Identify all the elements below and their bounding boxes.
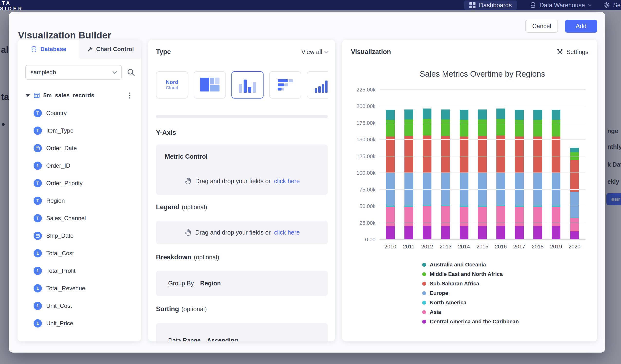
field-label: Ship_Date — [46, 232, 73, 239]
legend-drop-zone[interactable]: Drag and drop your fields or click here — [184, 229, 300, 237]
legend-item-middle-east-and-north-africa[interactable]: Middle East and North Africa — [422, 269, 519, 279]
metric-control-card[interactable]: Metric Control Drag and drop your fields… — [156, 144, 328, 195]
bar-segment — [386, 110, 395, 120]
x-tick: 2011 — [404, 243, 413, 252]
stacked-bar-2018 — [534, 90, 542, 240]
gridline: 100.00k — [379, 173, 586, 173]
text-type-icon: T — [34, 214, 42, 222]
bar-segment — [534, 207, 542, 226]
bar-segment — [496, 226, 505, 240]
bar-segment — [534, 120, 542, 136]
kebab-menu-icon[interactable] — [128, 91, 131, 100]
bar-segment — [441, 120, 450, 136]
breakdown-card[interactable]: Group By Region — [156, 271, 328, 296]
tab-database[interactable]: Database — [17, 40, 79, 59]
field-item-country[interactable]: TCountry — [17, 104, 141, 122]
gridline: 125.00k — [379, 156, 586, 156]
bar-segment — [496, 108, 505, 119]
chevron-expanded-icon[interactable] — [25, 94, 30, 97]
click-here-link[interactable]: click here — [274, 178, 300, 185]
field-item-region[interactable]: TRegion — [17, 192, 141, 209]
cancel-button[interactable]: Cancel — [525, 20, 558, 33]
field-label: Total_Revenue — [46, 285, 85, 292]
x-axis-labels: 2010201120122013201420152016201720182019… — [379, 243, 586, 252]
nav-item-data-warehouse[interactable]: Data Warehouse — [530, 2, 591, 9]
search-button[interactable] — [124, 66, 138, 79]
database-icon — [31, 46, 37, 52]
y-tick-label: 0.00 — [365, 237, 376, 243]
number-type-icon: 1 — [34, 284, 42, 293]
field-item-ship-date[interactable]: Ship_Date — [17, 227, 141, 244]
chart-type-column[interactable] — [231, 71, 263, 99]
settings-button[interactable]: Settings — [556, 48, 588, 55]
sorting-card[interactable]: Data Range Ascending — [156, 323, 328, 341]
histogram-icon — [315, 77, 328, 93]
nav-item-settings[interactable]: Settings — [604, 2, 621, 9]
x-tick: 2019 — [552, 243, 560, 252]
field-item-unit-price[interactable]: 1Unit_Price — [17, 315, 141, 332]
field-item-item-type[interactable]: TItem_Type — [17, 122, 141, 139]
tab-chart-control[interactable]: Chart Control — [79, 40, 141, 59]
field-item-order-priority[interactable]: TOrder_Priority — [17, 174, 141, 192]
app-logo[interactable]: DATA INSIDER — [0, 0, 23, 10]
legend-dot — [422, 263, 426, 267]
x-tick-label: 2011 — [403, 243, 414, 250]
field-label: Order_ID — [46, 162, 70, 169]
view-all-button[interactable]: View all — [301, 48, 328, 55]
bar-segment — [515, 120, 524, 136]
builder-panel: Type View all NordCloud Y-Axis Metric Co… — [148, 40, 335, 341]
field-item-total-profit[interactable]: 1Total_Profit — [17, 262, 141, 279]
metric-drop-zone[interactable]: Drag and drop your fields or click here — [165, 177, 319, 185]
y-tick-label: 50.00k — [359, 203, 376, 209]
chevron-down-icon — [588, 3, 591, 6]
treemap-icon — [200, 78, 220, 92]
sort-field-label[interactable]: Data Range — [168, 337, 201, 341]
y-tick-label: 75.00k — [359, 187, 376, 193]
sorting-heading: Sorting (optional) — [156, 304, 328, 314]
x-tick-label: 2018 — [532, 243, 544, 250]
datasource-select[interactable]: sampledb — [25, 65, 122, 80]
chart-type-histogram[interactable] — [307, 71, 328, 99]
group-by-label[interactable]: Group By — [168, 280, 194, 287]
legend-item-central-america-and-the-caribbean[interactable]: Central America and the Caribbean — [422, 317, 519, 326]
bar-segment — [386, 120, 395, 136]
legend-label: North America — [430, 299, 466, 306]
nav-item-dashboards[interactable]: Dashboards — [464, 0, 517, 10]
field-item-total-cost[interactable]: 1Total_Cost — [17, 244, 141, 262]
legend-item-north-america[interactable]: North America — [422, 298, 519, 307]
chart-type-stacked-bar[interactable] — [269, 71, 301, 99]
bar-segment — [515, 137, 524, 173]
field-item-sales-channel[interactable]: TSales_Channel — [17, 209, 141, 227]
legend-dot — [422, 282, 426, 286]
field-item-order-date[interactable]: Order_Date — [17, 139, 141, 157]
x-tick-label: 2017 — [513, 243, 525, 250]
field-item-total-revenue[interactable]: 1Total_Revenue — [17, 279, 141, 297]
chart-type-treemap[interactable] — [194, 71, 226, 99]
legend-dot — [422, 291, 426, 295]
legend-item-asia[interactable]: Asia — [422, 307, 519, 317]
x-tick: 2016 — [496, 243, 505, 252]
legend-item-europe[interactable]: Europe — [422, 288, 519, 298]
legend-item-australia-and-oceania[interactable]: Australia and Oceania — [422, 260, 519, 269]
field-item-unit-cost[interactable]: 1Unit_Cost — [17, 297, 141, 315]
field-item-order-id[interactable]: 1Order_ID — [17, 157, 141, 174]
chart-type-word-cloud[interactable]: NordCloud — [156, 71, 188, 99]
click-here-link[interactable]: click here — [274, 229, 300, 236]
number-type-icon: 1 — [34, 302, 42, 310]
legend-item-sub-saharan-africa[interactable]: Sub-Saharan Africa — [422, 279, 519, 288]
horizontal-scrollbar[interactable] — [156, 115, 328, 118]
field-label: Order_Date — [46, 145, 77, 152]
legend-label: Australia and Oceania — [430, 261, 486, 268]
text-type-icon: T — [34, 197, 42, 205]
field-label: Total_Cost — [46, 250, 74, 257]
add-button[interactable]: Add — [565, 20, 597, 33]
bar-segment — [515, 110, 524, 120]
table-tree-item[interactable]: 5m_sales_records — [25, 89, 131, 102]
field-label: Sales_Channel — [46, 215, 86, 222]
legend-drop-card[interactable]: Drag and drop your fields or click here — [156, 221, 328, 244]
bar-segment — [478, 207, 487, 226]
chart-title: Sales Metrics Overtime by Regions — [379, 69, 586, 79]
x-tick: 2012 — [423, 243, 431, 252]
table-icon — [33, 92, 40, 99]
bar-segment — [570, 148, 579, 152]
